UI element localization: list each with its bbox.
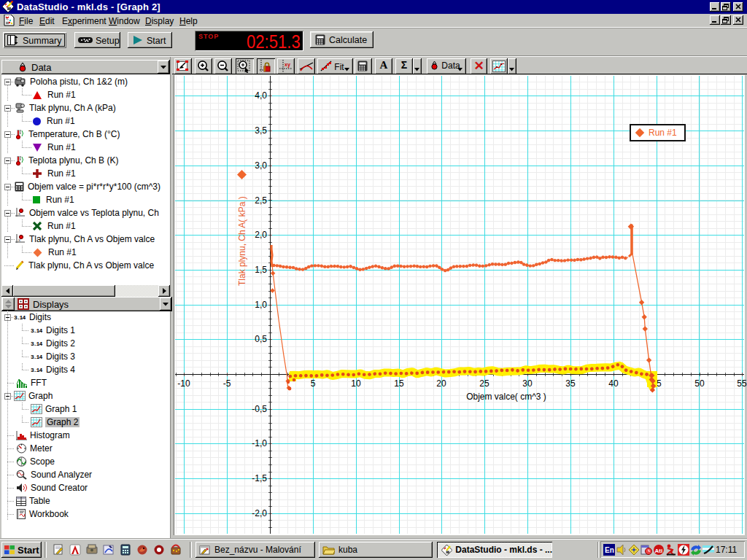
svg-text:Ati: Ati — [655, 548, 663, 554]
svg-text:xy: xy — [285, 62, 290, 68]
svg-text:En: En — [605, 546, 614, 554]
